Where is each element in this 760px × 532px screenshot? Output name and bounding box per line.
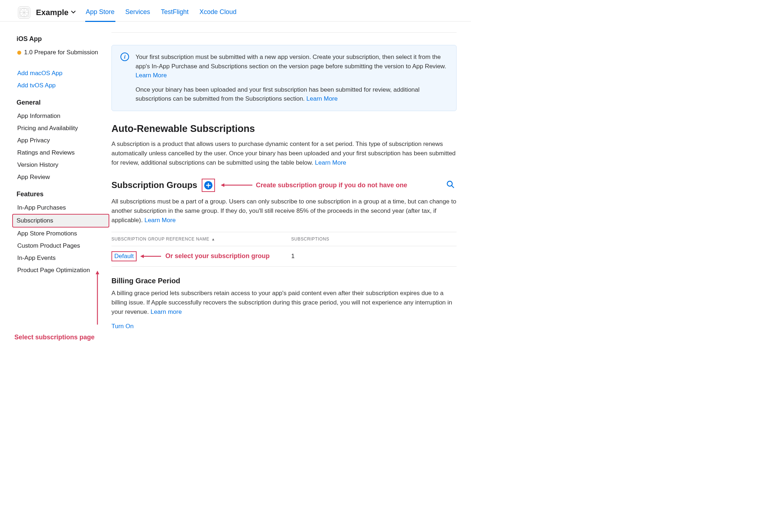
grace-title: Billing Grace Period	[111, 277, 457, 285]
annotation-create-group-wrap: Create subscription group if you do not …	[221, 182, 407, 189]
annotation-default-highlight: Default	[111, 251, 137, 261]
chevron-down-icon	[71, 10, 76, 15]
status-label: 1.0 Prepare for Submission	[24, 49, 98, 56]
sidebar-heading-general: General	[17, 99, 108, 106]
arrow-left-icon	[221, 183, 253, 188]
annotation-select-group: Or select your subscription group	[165, 252, 270, 260]
table-row[interactable]: Default Or select your subscription grou…	[111, 246, 457, 267]
groups-learn-more[interactable]: Learn More	[145, 217, 176, 224]
info-p1: Your first subscription must be submitte…	[136, 54, 446, 70]
sidebar-add-tvos[interactable]: Add tvOS App	[17, 79, 108, 92]
grace-learn-more[interactable]: Learn more	[151, 308, 182, 315]
app-icon	[18, 6, 30, 19]
sidebar-item-app-review[interactable]: App Review	[17, 171, 108, 183]
sidebar-item-pricing[interactable]: Pricing and Availability	[17, 122, 108, 134]
sidebar-add-macos[interactable]: Add macOS App	[17, 67, 108, 79]
svg-marker-13	[140, 254, 144, 258]
info-learn-more-2[interactable]: Learn More	[306, 95, 338, 102]
sidebar-item-subscriptions[interactable]: Subscriptions	[12, 214, 109, 228]
add-group-button[interactable]	[204, 181, 212, 189]
svg-marker-7	[96, 271, 99, 274]
svg-line-11	[452, 185, 454, 188]
sidebar-item-privacy[interactable]: App Privacy	[17, 134, 108, 147]
auto-renew-learn-more[interactable]: Learn More	[315, 159, 346, 166]
sidebar-item-app-information[interactable]: App Information	[17, 110, 108, 122]
annotation-select-page: Select subscriptions page	[14, 334, 95, 341]
arrow-left-icon	[140, 254, 162, 259]
info-banner: i Your first subscription must be submit…	[111, 45, 457, 111]
main-content: i Your first subscription must be submit…	[111, 22, 460, 343]
sort-asc-icon: ▴	[212, 237, 215, 242]
annotation-plus-highlight	[202, 179, 215, 192]
auto-renew-para: A subscription is a product that allows …	[111, 141, 455, 166]
svg-marker-9	[221, 183, 224, 187]
col-reference-name[interactable]: SUBSCRIPTION GROUP REFERENCE NAME ▴	[111, 237, 291, 242]
info-p2: Once your binary has been uploaded and y…	[136, 86, 420, 102]
info-learn-more-1[interactable]: Learn More	[136, 72, 167, 79]
group-link-default[interactable]: Default	[114, 253, 134, 260]
table-header: SUBSCRIPTION GROUP REFERENCE NAME ▴ SUBS…	[111, 232, 457, 246]
sidebar-item-promotions[interactable]: App Store Promotions	[17, 228, 108, 240]
tab-testflight[interactable]: TestFlight	[160, 3, 189, 22]
col-subscriptions[interactable]: SUBSCRIPTIONS	[291, 237, 457, 242]
tab-services[interactable]: Services	[125, 3, 151, 22]
app-name: Example	[36, 8, 69, 17]
tab-xcode-cloud[interactable]: Xcode Cloud	[199, 3, 237, 22]
auto-renew-title: Auto-Renewable Subscriptions	[111, 123, 457, 134]
sidebar-item-iap[interactable]: In-App Purchases	[17, 202, 108, 214]
sidebar-item-custom-pages[interactable]: Custom Product Pages	[17, 240, 108, 252]
sidebar-item-events[interactable]: In-App Events	[17, 252, 108, 264]
sidebar-item-ratings[interactable]: Ratings and Reviews	[17, 147, 108, 159]
sidebar-heading-features: Features	[17, 191, 108, 198]
arrow-up-icon	[95, 271, 100, 325]
sidebar-item-version-status[interactable]: 1.0 Prepare for Submission	[17, 46, 108, 59]
sidebar: iOS App 1.0 Prepare for Submission Add m…	[0, 22, 111, 343]
annotation-select-page-container: Select subscriptions page	[17, 274, 108, 343]
grace-turn-on[interactable]: Turn On	[111, 323, 134, 330]
app-selector[interactable]: Example	[40, 8, 76, 17]
info-icon: i	[120, 52, 129, 61]
annotation-create-group: Create subscription group if you do not …	[256, 182, 407, 189]
sidebar-heading-ios: iOS App	[17, 35, 108, 43]
status-dot-icon	[17, 51, 21, 55]
sidebar-item-version-history[interactable]: Version History	[17, 159, 108, 171]
tab-app-store[interactable]: App Store	[85, 3, 115, 22]
search-icon	[447, 180, 454, 188]
groups-heading: Subscription Groups	[111, 180, 197, 190]
plus-icon	[206, 183, 211, 188]
group-count: 1	[291, 253, 457, 260]
search-button[interactable]	[447, 180, 457, 190]
